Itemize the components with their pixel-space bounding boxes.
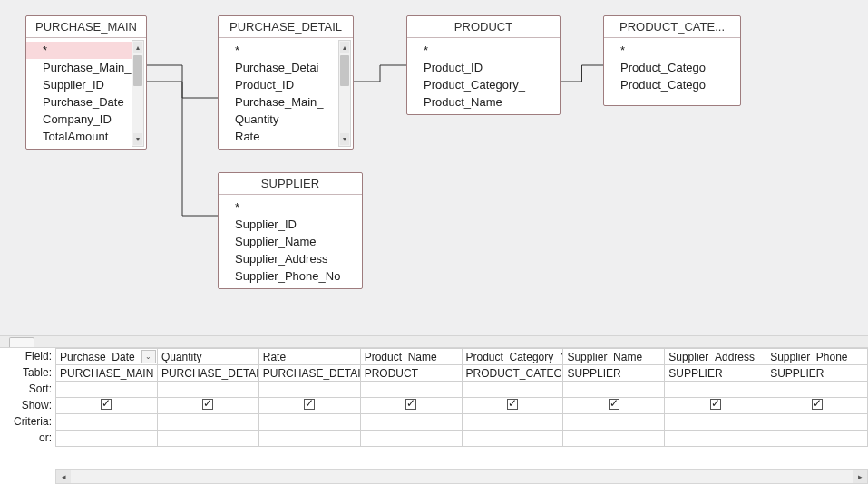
table-title[interactable]: PRODUCT_CATE... bbox=[604, 16, 740, 38]
table-purchase_detail[interactable]: PURCHASE_DETAIL*Purchase_DetaiProduct_ID… bbox=[218, 15, 354, 150]
field-item[interactable]: Product_Catego bbox=[604, 59, 740, 76]
scroll-down-icon[interactable]: ▾ bbox=[340, 133, 349, 145]
grid-cell[interactable] bbox=[766, 398, 868, 414]
scroll-up-icon[interactable]: ▴ bbox=[133, 42, 142, 53]
grid-cell[interactable] bbox=[766, 382, 868, 398]
table-name[interactable]: PURCHASE_DETAIL bbox=[157, 365, 258, 382]
grid-cell[interactable] bbox=[157, 398, 258, 414]
grid-cell[interactable] bbox=[665, 431, 766, 447]
grid-cell[interactable]: Product_Category_Na bbox=[462, 349, 563, 365]
grid-cell[interactable] bbox=[462, 431, 563, 447]
field-item[interactable]: Purchase_Main_ bbox=[219, 93, 338, 111]
scroll-up-icon[interactable]: ▴ bbox=[340, 42, 349, 53]
table-name[interactable]: PURCHASE_DETAIL bbox=[258, 365, 360, 382]
scroll-down-icon[interactable]: ▾ bbox=[133, 133, 142, 145]
grid-cell[interactable] bbox=[563, 431, 665, 447]
grid-cell[interactable] bbox=[665, 382, 766, 398]
grid-cell[interactable] bbox=[360, 431, 462, 447]
table-name[interactable]: PURCHASE_MAIN bbox=[56, 365, 158, 382]
field-item[interactable]: * bbox=[26, 42, 132, 59]
table-title[interactable]: PRODUCT bbox=[407, 16, 560, 38]
grid-cell[interactable] bbox=[360, 414, 462, 431]
show-checkbox[interactable] bbox=[609, 399, 619, 410]
grid-cell[interactable] bbox=[157, 431, 258, 447]
table-name[interactable]: SUPPLIER bbox=[766, 365, 868, 382]
grid-cell[interactable]: Supplier_Name bbox=[563, 349, 665, 365]
grid-cell[interactable]: Supplier_Phone_ bbox=[766, 349, 868, 365]
grid-cell[interactable] bbox=[462, 414, 563, 431]
grid-cell[interactable] bbox=[157, 414, 258, 431]
field-item[interactable]: Purchase_Detai bbox=[219, 59, 338, 76]
vertical-scrollbar[interactable]: ▴▾ bbox=[338, 40, 351, 147]
field-item[interactable]: Product_ID bbox=[219, 76, 338, 93]
field-item[interactable]: Purchase_Date bbox=[26, 93, 132, 111]
table-product_category[interactable]: PRODUCT_CATE...*Product_CategoProduct_Ca… bbox=[603, 15, 741, 106]
grid-cell[interactable] bbox=[258, 398, 360, 414]
field-item[interactable]: Supplier_ID bbox=[219, 216, 362, 233]
vertical-scrollbar[interactable]: ▴▾ bbox=[132, 40, 144, 147]
grid-cell[interactable] bbox=[258, 414, 360, 431]
grid-cell[interactable] bbox=[56, 398, 158, 414]
field-item[interactable]: Product_Catego bbox=[604, 76, 740, 93]
table-product[interactable]: PRODUCT*Product_IDProduct_Category_Produ… bbox=[406, 15, 561, 115]
table-title[interactable]: SUPPLIER bbox=[219, 173, 362, 195]
horizontal-scrollbar[interactable]: ◂ ▸ bbox=[55, 469, 868, 484]
field-item[interactable]: * bbox=[407, 42, 560, 59]
field-item[interactable]: TotalAmount bbox=[26, 128, 132, 145]
grid-cell[interactable] bbox=[766, 431, 868, 447]
grid-cell[interactable]: Product_Name bbox=[360, 349, 462, 365]
grid-cell[interactable]: Supplier_Address bbox=[665, 349, 766, 365]
show-checkbox[interactable] bbox=[710, 399, 721, 410]
field-item[interactable]: Quantity bbox=[219, 111, 338, 128]
show-checkbox[interactable] bbox=[405, 399, 416, 410]
scroll-right-icon[interactable]: ▸ bbox=[853, 470, 867, 483]
grid-cell[interactable] bbox=[563, 382, 665, 398]
grid-cell[interactable] bbox=[462, 382, 563, 398]
grid-cell[interactable]: Rate bbox=[258, 349, 360, 365]
field-item[interactable]: Company_ID bbox=[26, 111, 132, 128]
grid-cell[interactable] bbox=[766, 414, 868, 431]
grid-cell[interactable]: Purchase_Date⌄ bbox=[56, 349, 158, 365]
splitter-tab[interactable] bbox=[9, 337, 34, 347]
table-name[interactable]: PRODUCT bbox=[360, 365, 462, 382]
scroll-left-icon[interactable]: ◂ bbox=[56, 470, 71, 483]
table-name[interactable]: SUPPLIER bbox=[563, 365, 665, 382]
field-item[interactable]: Supplier_Address bbox=[219, 250, 362, 267]
grid-cell[interactable] bbox=[258, 431, 360, 447]
grid-cell[interactable] bbox=[56, 382, 158, 398]
grid-cell[interactable] bbox=[157, 382, 258, 398]
grid-cell[interactable] bbox=[258, 382, 360, 398]
field-item[interactable]: Purchase_Main_ bbox=[26, 59, 132, 76]
field-item[interactable]: Product_ID bbox=[407, 59, 560, 76]
show-checkbox[interactable] bbox=[812, 399, 823, 410]
show-checkbox[interactable] bbox=[101, 399, 112, 410]
scroll-thumb[interactable] bbox=[133, 55, 142, 86]
grid-cell[interactable]: Quantity bbox=[157, 349, 258, 365]
field-item[interactable]: Supplier_ID bbox=[26, 76, 132, 93]
scroll-thumb[interactable] bbox=[340, 55, 349, 86]
table-name[interactable]: SUPPLIER bbox=[665, 365, 766, 382]
grid-cell[interactable] bbox=[360, 398, 462, 414]
show-checkbox[interactable] bbox=[202, 399, 213, 410]
query-diagram-pane[interactable]: PURCHASE_MAIN*Purchase_Main_Supplier_IDP… bbox=[0, 0, 868, 335]
table-title[interactable]: PURCHASE_DETAIL bbox=[219, 16, 353, 38]
grid-cell[interactable] bbox=[665, 398, 766, 414]
table-title[interactable]: PURCHASE_MAIN bbox=[26, 16, 146, 38]
field-item[interactable]: Supplier_Phone_No bbox=[219, 267, 362, 285]
grid-cell[interactable] bbox=[563, 414, 665, 431]
grid-cell[interactable] bbox=[462, 398, 563, 414]
show-checkbox[interactable] bbox=[507, 399, 518, 410]
grid-cell[interactable] bbox=[563, 398, 665, 414]
table-supplier[interactable]: SUPPLIER*Supplier_IDSupplier_NameSupplie… bbox=[218, 172, 363, 289]
dropdown-icon[interactable]: ⌄ bbox=[141, 350, 156, 363]
show-checkbox[interactable] bbox=[304, 399, 315, 410]
grid-cell[interactable] bbox=[360, 382, 462, 398]
field-item[interactable]: Product_Category_ bbox=[407, 76, 560, 93]
field-item[interactable]: * bbox=[604, 42, 740, 59]
field-item[interactable]: * bbox=[219, 42, 338, 59]
grid-cell[interactable] bbox=[56, 431, 158, 447]
table-name[interactable]: PRODUCT_CATEGORY bbox=[462, 365, 563, 382]
grid-cell[interactable] bbox=[56, 414, 158, 431]
pane-splitter[interactable] bbox=[0, 335, 868, 348]
field-item[interactable]: Rate bbox=[219, 128, 338, 145]
